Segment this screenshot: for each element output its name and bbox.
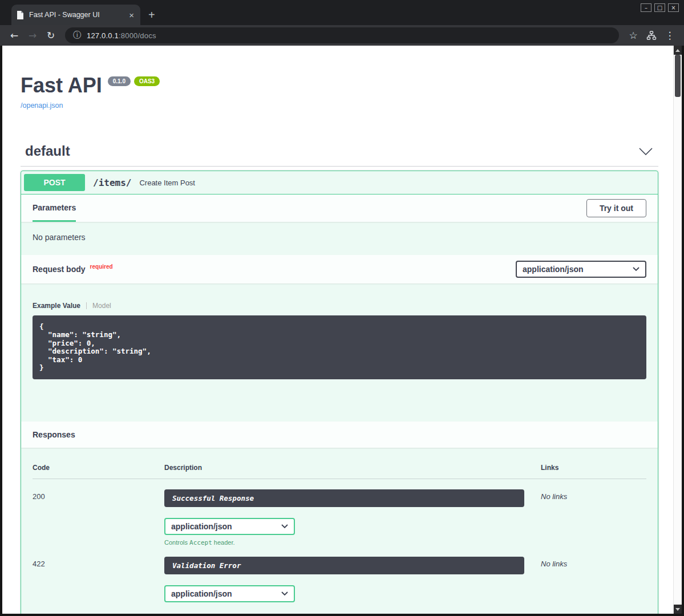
model-example-tabs: Example Value Model [33, 302, 646, 310]
code-column-header: Code [33, 464, 164, 479]
chevron-down-icon [281, 524, 288, 529]
method-badge: POST [24, 174, 85, 191]
titlebar: Fast API - Swagger UI × + – □ × [0, 0, 684, 25]
tab-title: Fast API - Swagger UI [29, 11, 123, 19]
scroll-up-button[interactable] [674, 46, 682, 55]
example-value-tab[interactable]: Example Value [33, 302, 80, 310]
response-422-description: Validation Error [164, 557, 524, 574]
operation-description: Create Item Post [139, 179, 195, 187]
scroll-up-icon [675, 49, 680, 52]
scroll-down-button[interactable] [674, 605, 682, 614]
window-frame: Fast API 0.1.0 OAS3 /openapi.json defaul… [0, 46, 684, 616]
required-label: required [90, 264, 113, 270]
responses-section: Code Description Links 200 Successful Re… [21, 448, 658, 614]
browser-tab[interactable]: Fast API - Swagger UI × [11, 5, 140, 25]
reload-icon[interactable]: ↻ [42, 27, 59, 43]
window-controls: – □ × [641, 3, 679, 12]
bookmark-star-icon[interactable]: ☆ [625, 27, 642, 43]
section-default: default POST /items/ Create Item Post [21, 143, 658, 614]
tab-groups-icon[interactable] [643, 27, 660, 43]
request-body-label: Request body [33, 265, 86, 274]
tab-close-icon[interactable]: × [128, 11, 135, 19]
openapi-spec-link[interactable]: /openapi.json [21, 102, 63, 110]
operation-path: /items/ [93, 177, 131, 188]
new-tab-button[interactable]: + [148, 9, 155, 21]
scroll-down-icon [675, 608, 680, 611]
response-422-content-type-select[interactable]: application/json [164, 585, 295, 602]
address-bar[interactable]: ⓘ 127.0.0.1:8000/docs [65, 27, 619, 43]
note-suffix: header. [212, 539, 235, 546]
url-text: 127.0.0.1:8000/docs [87, 31, 156, 40]
responses-table: Code Description Links 200 Successful Re… [33, 464, 646, 614]
browser-toolbar: ← → ↻ ⓘ 127.0.0.1:8000/docs ☆ ⋮ [0, 25, 684, 46]
request-content-type-select[interactable]: application/json [516, 261, 646, 278]
parameters-tab: Parameters [33, 194, 76, 222]
chevron-down-icon[interactable] [639, 148, 653, 155]
response-422-description-cell: Validation Error application/json Exampl… [164, 546, 541, 614]
url-host: 127.0.0.1 [87, 31, 119, 40]
section-title: default [25, 143, 70, 159]
no-parameters-text: No parameters [33, 233, 86, 242]
request-body-header: Request bodyrequired application/json [21, 255, 658, 283]
response-200-description-cell: Successful Response application/json Con… [164, 479, 541, 546]
window-maximize-button[interactable]: □ [654, 3, 665, 12]
scrollbar[interactable] [673, 46, 682, 614]
response-code-422: 422 [33, 546, 164, 614]
chevron-down-icon [633, 267, 640, 271]
response-200-links: No links [541, 479, 646, 546]
browser-menu-icon[interactable]: ⋮ [661, 27, 678, 43]
site-info-icon[interactable]: ⓘ [73, 30, 81, 40]
opblock-post-items: POST /items/ Create Item Post Parameters… [21, 171, 658, 614]
links-column-header: Links [541, 464, 646, 479]
request-body-section: Example Value Model { "name": "string", … [21, 283, 658, 422]
description-column-header: Description [164, 464, 541, 479]
parameters-header: Parameters Try it out [21, 194, 658, 222]
note-accept-code: Accept [189, 539, 212, 546]
version-badge: 0.1.0 [108, 76, 131, 86]
response-code-200: 200 [33, 479, 164, 546]
request-content-type-value: application/json [523, 265, 584, 274]
response-200-description: Successful Response [164, 489, 524, 507]
example-json-code: { "name": "string", "price": 0, "descrip… [33, 315, 646, 379]
document-favicon-icon [17, 10, 25, 19]
response-200-content-type-select[interactable]: application/json [164, 518, 295, 535]
back-icon[interactable]: ← [6, 27, 23, 43]
window-close-button[interactable]: × [668, 3, 679, 12]
response-200-content-type-value: application/json [171, 522, 232, 531]
parameters-body: No parameters [21, 222, 658, 255]
chevron-down-icon [281, 591, 288, 596]
model-tab[interactable]: Model [92, 302, 111, 310]
controls-accept-note: Controls Accept header. [164, 539, 524, 546]
tab-divider [86, 302, 87, 309]
oas3-badge: OAS3 [134, 76, 160, 86]
forward-icon[interactable]: → [24, 27, 41, 43]
response-422-content-type-value: application/json [171, 589, 232, 598]
window-minimize-button[interactable]: – [641, 3, 651, 12]
response-422-links: No links [541, 546, 646, 614]
responses-header: Responses [21, 422, 658, 448]
browser-window: Fast API - Swagger UI × + – □ × ← → ↻ ⓘ … [0, 0, 684, 616]
responses-label: Responses [33, 430, 75, 439]
api-info: Fast API 0.1.0 OAS3 /openapi.json [21, 46, 658, 110]
scrollbar-thumb[interactable] [675, 55, 681, 97]
section-header-default[interactable]: default [21, 143, 658, 167]
operation-summary[interactable]: POST /items/ Create Item Post [21, 171, 658, 194]
swagger-page: Fast API 0.1.0 OAS3 /openapi.json defaul… [2, 46, 673, 614]
note-prefix: Controls [164, 539, 189, 546]
url-path: :8000/docs [119, 31, 156, 40]
try-it-out-button[interactable]: Try it out [586, 199, 646, 217]
page-title: Fast API [21, 75, 102, 96]
